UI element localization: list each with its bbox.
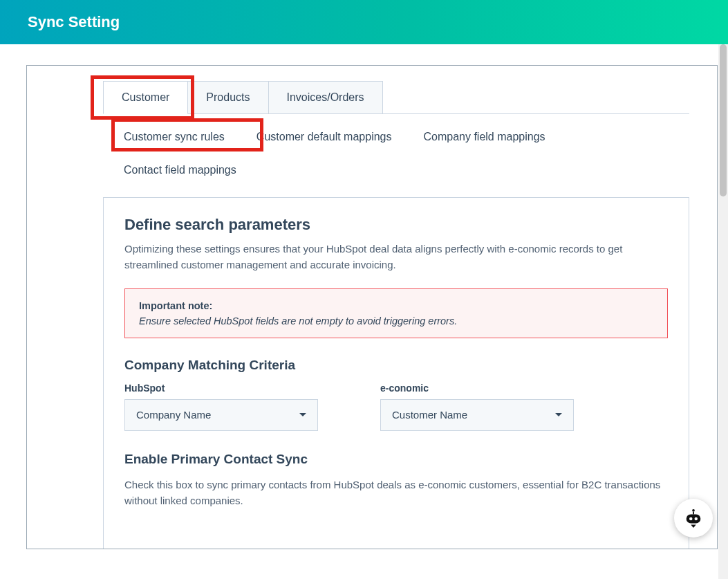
enable-primary-contact-desc: Check this box to sync primary contacts … [124,477,668,509]
enable-primary-contact-title: Enable Primary Contact Sync [124,452,668,467]
hubspot-dropdown-value: Company Name [136,409,211,421]
chat-widget-button[interactable] [674,499,713,537]
economic-dropdown[interactable]: Customer Name [380,399,574,431]
hubspot-dropdown[interactable]: Company Name [124,399,318,431]
company-matching-title: Company Matching Criteria [124,358,668,373]
svg-rect-2 [687,514,701,523]
header-bar: Sync Setting [0,0,728,44]
content-card: Define search parameters Optimizing thes… [103,197,689,549]
svg-point-3 [689,517,693,521]
tabs-row: Customer Products Invoices/Orders [103,81,689,114]
chatbot-icon [683,508,704,529]
note-body: Ensure selected HubSpot fields are not e… [139,315,653,327]
note-title: Important note: [139,300,653,311]
define-search-desc: Optimizing these settings ensures that y… [124,241,668,273]
tab-products[interactable]: Products [187,81,268,113]
hubspot-col: HubSpot Company Name [124,383,318,431]
subtabs-row-2: Contact field mappings [103,160,689,181]
economic-dropdown-value: Customer Name [392,409,467,421]
hubspot-label: HubSpot [124,383,318,394]
subtab-customer-default-mappings[interactable]: Customer default mappings [256,127,392,150]
svg-point-4 [695,517,698,521]
important-note-box: Important note: Ensure selected HubSpot … [124,288,668,338]
subtabs-row: Customer sync rules Customer default map… [103,114,689,150]
scrollbar-thumb[interactable] [720,44,727,196]
matching-row: HubSpot Company Name e-conomic Customer … [124,383,668,431]
subtab-contact-field-mappings[interactable]: Contact field mappings [124,160,689,181]
page-wrap: Customer Products Invoices/Orders Custom… [0,44,728,549]
svg-point-0 [692,509,695,512]
economic-col: e-conomic Customer Name [380,383,574,431]
tab-customer[interactable]: Customer [103,81,188,114]
scrollbar-track[interactable] [718,44,728,579]
subtab-company-field-mappings[interactable]: Company field mappings [423,127,545,150]
tab-invoices-orders[interactable]: Invoices/Orders [268,81,383,113]
chevron-down-icon [299,413,306,416]
define-search-title: Define search parameters [124,216,668,234]
main-panel: Customer Products Invoices/Orders Custom… [26,65,718,549]
chevron-down-icon [555,413,562,416]
subtab-customer-sync-rules[interactable]: Customer sync rules [124,127,225,150]
page-title: Sync Setting [28,13,120,31]
economic-label: e-conomic [380,383,574,394]
